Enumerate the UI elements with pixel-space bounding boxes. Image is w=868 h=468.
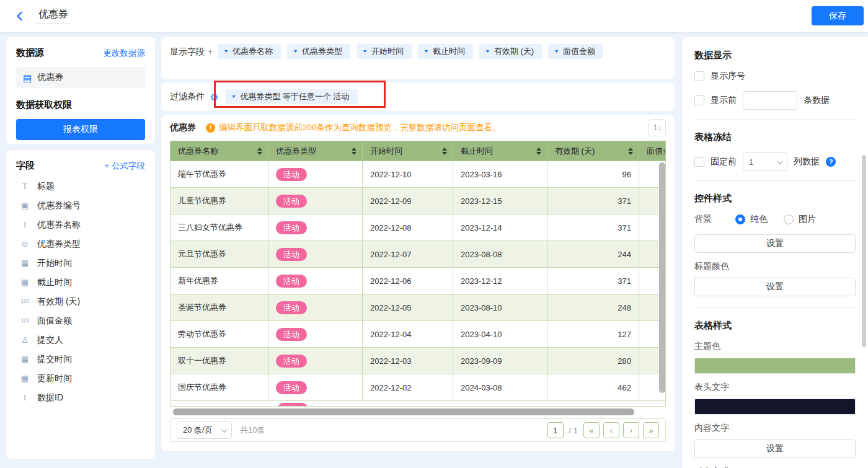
field-item[interactable]: ▦提交时间 <box>16 350 145 369</box>
sort-arrows-icon[interactable] <box>442 148 447 155</box>
person-icon: ♙ <box>19 336 30 344</box>
field-item[interactable]: T标题 <box>16 177 145 196</box>
theme-color-swatch[interactable] <box>694 358 856 374</box>
cell-start-date: 2022-12-02 <box>363 374 453 401</box>
status-badge: 活动 <box>276 328 307 341</box>
number-icon: 123 <box>19 318 30 324</box>
vertical-scrollbar[interactable] <box>659 162 665 393</box>
sort-asc-icon <box>442 148 447 151</box>
preview-title: 优惠券 <box>170 122 196 133</box>
status-badge: 活动 <box>277 403 308 407</box>
header-text-swatch[interactable] <box>694 399 856 415</box>
field-item[interactable]: I数据ID <box>16 388 145 407</box>
sort-arrows-icon[interactable] <box>628 148 633 155</box>
horizontal-scrollbar[interactable] <box>173 408 634 415</box>
field-item[interactable]: ♙提交人 <box>16 330 145 350</box>
settings-panel: 数据显示 显示序号 显示前 条数据 表格冻结 固定前 1 列数据 ? 控件样式 … <box>682 37 868 468</box>
display-field-chip[interactable]: ▼优惠券名称 <box>218 44 281 59</box>
display-field-chip[interactable]: ▼面值金额 <box>548 44 603 59</box>
status-badge: 活动 <box>276 275 307 288</box>
datasource-item[interactable]: ▤ 优惠券 <box>16 67 145 88</box>
sort-asc-icon <box>536 148 541 151</box>
display-field-chip[interactable]: ▼开始时间 <box>356 44 412 59</box>
column-header[interactable]: 面值金额 <box>639 141 666 161</box>
background-set-button[interactable]: 设置 <box>694 234 856 253</box>
last-page-button[interactable]: » <box>643 422 659 438</box>
column-header[interactable]: 开始时间 <box>363 141 453 161</box>
cell-start-date: 2022-12-06 <box>363 268 453 294</box>
sort-asc-icon <box>257 148 262 151</box>
field-item[interactable]: 123有效期 (天) <box>16 292 145 311</box>
sort-arrows-icon[interactable] <box>352 148 356 155</box>
table-header-row: 优惠券名称优惠券类型开始时间截止时间有效期 (天)面值金额 <box>170 141 666 161</box>
cell-start-date: 2022-12-08 <box>363 214 453 241</box>
display-field-chip[interactable]: ▼截止时间 <box>418 44 473 59</box>
page-size-select[interactable]: 20 条/页 <box>177 422 232 439</box>
next-page-button[interactable]: › <box>623 422 639 438</box>
status-badge: 活动 <box>276 355 307 368</box>
filter-chip[interactable]: ▼ 优惠券类型 等于任意一个 活动 <box>225 89 357 104</box>
filter-panel: 过滤条件 ⚙ ▼ 优惠券类型 等于任意一个 活动 <box>161 82 675 111</box>
report-permission-button[interactable]: 报表权限 <box>16 119 145 140</box>
status-badge: 活动 <box>276 381 307 394</box>
cell-end-date: 2023-12-15 <box>453 188 547 214</box>
document-icon: ▤ <box>23 73 32 82</box>
calendar-icon: ▦ <box>19 259 30 267</box>
field-item[interactable]: ▦开始时间 <box>16 254 145 273</box>
sort-asc-icon <box>352 148 356 151</box>
cell-end-date: 2023-09-09 <box>453 348 547 374</box>
page-title[interactable]: 优惠券 <box>36 8 71 24</box>
freeze-count-value: 1 <box>749 157 753 167</box>
prev-page-button[interactable]: ‹ <box>603 422 619 438</box>
add-display-field-icon[interactable]: + <box>208 46 213 56</box>
back-icon[interactable] <box>14 10 26 22</box>
field-label: 有效期 (天) <box>37 296 80 307</box>
status-badge: 活动 <box>276 248 307 261</box>
cell-valid-days: 127 <box>547 321 639 348</box>
add-formula-field-link[interactable]: + 公式字段 <box>104 161 145 172</box>
field-item[interactable]: ▦截止时间 <box>16 273 145 292</box>
chevron-down-icon: ▼ <box>423 49 429 54</box>
save-button[interactable]: 保存 <box>812 6 864 25</box>
help-icon[interactable]: ? <box>826 157 836 167</box>
column-header[interactable]: 优惠券名称 <box>170 141 268 161</box>
title-color-set-button[interactable]: 设置 <box>694 278 856 296</box>
first-page-button[interactable]: « <box>583 422 600 438</box>
page-number-input[interactable] <box>547 422 564 438</box>
cell-end-date: 2024-03-08 <box>453 374 547 401</box>
cell-start-date: 2022-12-07 <box>363 241 453 268</box>
content-text-set-button[interactable]: 设置 <box>694 439 856 458</box>
show-first-checkbox[interactable] <box>694 95 704 105</box>
settings-scrollbar[interactable] <box>862 155 866 347</box>
gear-icon[interactable]: ⚙ <box>210 92 218 102</box>
field-item[interactable]: 123面值金额 <box>16 311 145 330</box>
sort-arrows-icon[interactable] <box>257 148 262 155</box>
page-of-label: / 1 <box>569 426 578 435</box>
display-field-chip[interactable]: ▼优惠券类型 <box>287 44 350 59</box>
field-item[interactable]: ▣优惠券编号 <box>16 196 145 215</box>
sort-tool-button[interactable]: 1↓ <box>649 119 666 136</box>
cell-valid-days: 371 <box>547 268 639 294</box>
column-header[interactable]: 有效期 (天) <box>547 141 639 161</box>
warning-text: 编辑界面只取数据源前200条作为查询数据预览，完整数据请访问页面查看。 <box>219 122 501 133</box>
freeze-checkbox[interactable] <box>694 157 704 167</box>
display-field-chip[interactable]: ▼有效期 (天) <box>479 44 542 59</box>
cell-end-date: 2023-03-16 <box>453 161 547 188</box>
field-item[interactable]: I优惠券名称 <box>16 215 145 234</box>
image-radio[interactable] <box>784 214 794 224</box>
status-badge: 活动 <box>276 168 307 181</box>
freeze-count-select[interactable]: 1 <box>743 152 787 171</box>
change-datasource-link[interactable]: 更改数据源 <box>104 48 146 59</box>
cell-coupon-type: 活动 <box>268 161 363 188</box>
field-item[interactable]: ⊙优惠券类型 <box>16 234 145 254</box>
preview-table-body: 端午节优惠券活动2022-12-102023-03-1696儿童节优惠券活动20… <box>170 161 666 401</box>
sort-arrows-icon[interactable] <box>536 148 541 155</box>
field-item[interactable]: ▦更新时间 <box>16 369 145 388</box>
cols-suffix-label: 列数据 <box>794 156 820 167</box>
freeze-title: 表格冻结 <box>694 131 856 143</box>
column-header[interactable]: 优惠券类型 <box>268 141 363 161</box>
show-index-checkbox[interactable] <box>694 71 704 81</box>
column-header[interactable]: 截止时间 <box>453 141 547 161</box>
solid-color-radio[interactable] <box>735 214 745 224</box>
show-first-input[interactable] <box>743 91 797 110</box>
